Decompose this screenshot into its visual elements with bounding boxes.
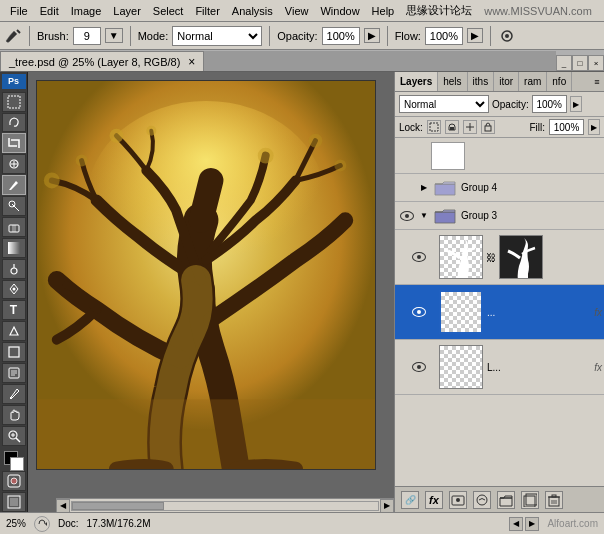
fill-label: Fill: — [529, 122, 545, 133]
add-mask-btn[interactable] — [449, 491, 467, 509]
new-layer-btn[interactable] — [521, 491, 539, 509]
visibility-blank[interactable] — [397, 146, 417, 166]
opacity-field[interactable] — [532, 95, 567, 113]
lock-image-btn[interactable] — [445, 120, 459, 134]
add-fx-btn[interactable]: fx — [425, 491, 443, 509]
menu-layer[interactable]: Layer — [107, 3, 147, 19]
tab-itor[interactable]: itor — [494, 72, 519, 91]
hscroll-track[interactable] — [71, 501, 379, 511]
mode-label: Mode: — [138, 30, 169, 42]
group3-layer-item[interactable]: ▼ Group 3 — [395, 202, 604, 230]
menu-view[interactable]: View — [279, 3, 315, 19]
flow-input[interactable] — [425, 27, 463, 45]
quick-mask-icon — [7, 474, 21, 488]
zoom-level: 25% — [6, 518, 26, 529]
expand-group4[interactable]: ▶ — [417, 183, 431, 192]
crop-tool[interactable] — [2, 133, 26, 153]
layer8-item[interactable]: ... fx — [395, 285, 604, 340]
menu-file[interactable]: File — [4, 3, 34, 19]
visibility-group4[interactable] — [397, 178, 417, 198]
opacity-input[interactable] — [322, 27, 360, 45]
visibility-group3[interactable] — [397, 206, 417, 226]
close-btn[interactable]: × — [588, 55, 604, 71]
eraser-icon — [7, 220, 21, 234]
delete-layer-btn[interactable] — [545, 491, 563, 509]
gradient-icon — [7, 241, 21, 255]
visibility-layer8[interactable] — [409, 302, 429, 322]
new-group-btn[interactable] — [497, 491, 515, 509]
flow-label: Flow: — [395, 30, 421, 42]
new-adjustment-btn[interactable] — [473, 491, 491, 509]
menu-select[interactable]: Select — [147, 3, 190, 19]
hscroll-left[interactable]: ◀ — [56, 499, 70, 513]
tab-close-btn[interactable]: × — [188, 55, 195, 69]
toolbar: Brush: ▼ Mode: Normal Dissolve Multiply … — [0, 22, 604, 50]
marquee-tool[interactable] — [2, 92, 26, 112]
lasso-tool[interactable] — [2, 113, 26, 133]
screen-mode-tool[interactable] — [2, 492, 26, 512]
menu-edit[interactable]: Edit — [34, 3, 65, 19]
menu-analysis[interactable]: Analysis — [226, 3, 279, 19]
menu-filter[interactable]: Filter — [189, 3, 225, 19]
tree-white-layer-item[interactable]: ⛓ — [395, 230, 604, 285]
path-selection-tool[interactable] — [2, 321, 26, 341]
menu-help[interactable]: Help — [366, 3, 401, 19]
canvas-rotation-btn[interactable] — [34, 516, 50, 532]
expand-group3[interactable]: ▼ — [417, 211, 431, 220]
fill-field[interactable] — [549, 119, 584, 135]
maximize-btn[interactable]: □ — [572, 55, 588, 71]
dodge-tool[interactable] — [2, 259, 26, 279]
healing-tool[interactable] — [2, 154, 26, 174]
background-color[interactable] — [10, 457, 24, 471]
document-tab[interactable]: _tree.psd @ 25% (Layer 8, RGB/8) × — [0, 51, 204, 71]
eyedropper-tool[interactable] — [2, 384, 26, 404]
airbrush-icon[interactable] — [498, 27, 516, 45]
type-tool[interactable]: T — [2, 300, 26, 320]
opacity-arrow-btn[interactable]: ▶ — [570, 96, 582, 112]
lock-position-btn[interactable] — [463, 120, 477, 134]
clone-tool[interactable] — [2, 196, 26, 216]
blend-mode-select[interactable]: Normal — [399, 95, 489, 113]
menu-window[interactable]: Window — [314, 3, 365, 19]
opacity-arrow[interactable]: ▶ — [364, 28, 380, 43]
panel-menu-btn[interactable]: ≡ — [590, 72, 604, 91]
tab-ram[interactable]: ram — [519, 72, 547, 91]
link-layers-btn[interactable]: 🔗 — [401, 491, 419, 509]
gradient-tool[interactable] — [2, 238, 26, 258]
lock-transparent-btn[interactable] — [427, 120, 441, 134]
separator-1 — [29, 26, 30, 46]
brush-tool[interactable] — [2, 175, 26, 195]
pen-tool[interactable] — [2, 280, 26, 300]
canvas-image[interactable] — [37, 81, 375, 469]
group4-folder-icon — [434, 179, 456, 197]
blank-layer-item[interactable] — [395, 138, 604, 174]
hscroll-right[interactable]: ▶ — [380, 499, 394, 513]
notes-tool[interactable] — [2, 363, 26, 383]
mode-select[interactable]: Normal Dissolve Multiply — [172, 26, 262, 46]
shape-tool[interactable] — [2, 342, 26, 362]
tab-iths[interactable]: iths — [468, 72, 495, 91]
eraser-tool[interactable] — [2, 217, 26, 237]
fill-arrow-btn[interactable]: ▶ — [588, 119, 600, 135]
group4-layer-item[interactable]: ▶ Group 4 — [395, 174, 604, 202]
tab-nfo[interactable]: nfo — [547, 72, 572, 91]
layer-bottom-item[interactable]: L... fx — [395, 340, 604, 395]
status-left-btn[interactable]: ◀ — [509, 517, 523, 531]
hand-tool[interactable] — [2, 405, 26, 425]
visibility-tree-white[interactable] — [409, 247, 429, 267]
visibility-layer-bottom[interactable] — [409, 357, 429, 377]
brush-size-input[interactable] — [73, 27, 101, 45]
tab-hels[interactable]: hels — [438, 72, 467, 91]
status-right-btn[interactable]: ▶ — [525, 517, 539, 531]
lock-transparent-icon — [429, 122, 439, 132]
menu-image[interactable]: Image — [65, 3, 108, 19]
hscroll-thumb[interactable] — [72, 502, 164, 510]
quick-mask-tool[interactable] — [2, 471, 26, 491]
tab-layers[interactable]: Layers — [395, 72, 438, 91]
flow-arrow[interactable]: ▶ — [467, 28, 483, 43]
layer-chain-tree[interactable]: ⛓ — [485, 238, 497, 276]
zoom-tool[interactable] — [2, 426, 26, 446]
minimize-btn[interactable]: _ — [556, 55, 572, 71]
lock-all-btn[interactable] — [481, 120, 495, 134]
brush-size-down[interactable]: ▼ — [105, 28, 123, 43]
